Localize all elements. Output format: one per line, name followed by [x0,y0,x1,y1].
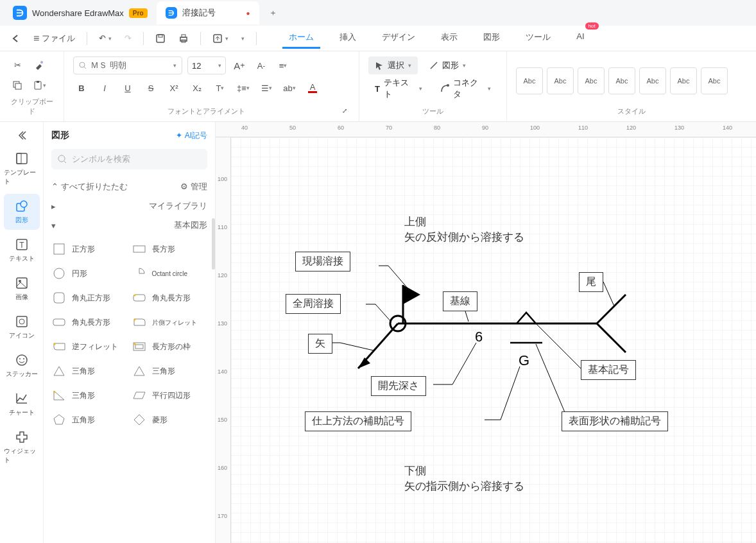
shape-tool[interactable]: 図形▾ [423,56,472,74]
app-tab[interactable]: ∋ Wondershare EdrawMax Pro [4,1,157,24]
style-preset[interactable]: Abc [639,67,666,94]
ribbon-tools: 選択▾ 図形▾ Tテキスト▾ コネクタ▾ ツール [359,51,507,121]
collapse-all-button[interactable]: ⌃ すべて折りたたむ [51,181,128,193]
strikethrough-button[interactable]: S [142,80,159,96]
text-tool[interactable]: Tテキスト▾ [368,80,429,98]
rail-chart[interactable]: チャート [4,386,40,422]
ai-symbols-link[interactable]: ✦ AI記号 [176,130,207,141]
style-preset[interactable]: Abc [516,67,543,94]
list-button[interactable]: ☰▾ [258,80,275,96]
rail-shape[interactable]: 図形 [4,194,40,230]
export-button[interactable]: ▾ [207,31,234,46]
case-button[interactable]: ab▾ [281,80,298,96]
svg-point-34 [133,319,135,321]
shape-frame[interactable]: 長方形の枠 [132,336,208,357]
select-tool[interactable]: 選択▾ [368,56,418,74]
subscript-button[interactable]: X₂ [189,80,205,96]
rail-shape-label: 図形 [15,216,28,225]
svg-rect-13 [17,153,27,164]
rail-icon[interactable]: アイコン [4,309,40,345]
line-spacing-button[interactable]: ‡≡▾ [235,80,252,96]
tab-ai[interactable]: AIhot [570,28,590,49]
svg-point-25 [23,358,24,359]
svg-point-11 [80,62,85,67]
basic-shapes-label: 基本図形 [174,220,207,231]
shape-rounded-square[interactable]: 角丸正方形 [51,288,128,308]
copy-button[interactable] [9,77,26,94]
style-preset[interactable]: Abc [670,67,697,94]
rail-text[interactable]: Tテキスト [4,232,40,268]
shape-pentagon[interactable]: 五角形 [51,409,128,430]
more-button[interactable]: ▾ [236,33,250,44]
shape-rectangle[interactable]: 長方形 [132,239,208,259]
shape-square[interactable]: 正方形 [51,239,128,259]
font-decrease-button[interactable]: A- [253,57,270,74]
tab-tool[interactable]: ツール [519,28,557,49]
rail-template[interactable]: テンプレート [4,146,40,191]
undo-button[interactable]: ↶▾ [94,31,117,46]
search-placeholder: シンボルを検索 [72,153,130,165]
style-preset[interactable]: Abc [547,67,574,94]
cut-button[interactable]: ✂ [9,56,26,73]
label-baseline: 基線 [443,291,477,311]
paste-button[interactable]: ▾ [31,77,47,94]
manage-button[interactable]: ⚙ 管理 [180,181,207,193]
tab-insert[interactable]: 挿入 [333,28,363,49]
style-preset[interactable]: Abc [701,67,728,94]
file-menu[interactable]: ≡ファイル [28,30,80,47]
tab-design[interactable]: デザイン [375,28,422,49]
connector-tool[interactable]: コネクタ▾ [434,80,497,98]
save-button[interactable] [150,31,171,46]
tab-home[interactable]: ホーム [282,28,320,49]
canvas[interactable]: 上側矢の反対側から溶接する 下側矢の指示側から溶接する [231,137,756,543]
italic-button[interactable]: I [96,80,113,96]
font-family-value: ＭＳ 明朝 [90,60,126,71]
add-tab-button[interactable]: ＋ [264,4,282,22]
back-button[interactable] [6,31,26,46]
text-effects-button[interactable]: T▾ [212,80,228,96]
style-preset[interactable]: Abc [578,67,605,94]
shape-rounded-rect[interactable]: 角丸長方形 [132,288,208,308]
shape-rounded-rect2[interactable]: 角丸長方形 [51,312,128,332]
ruler-horizontal: 40 50 60 70 80 90 100 110 120 130 140 [216,122,756,137]
shape-inv-fillet[interactable]: 逆フィレット [51,336,128,357]
shape-fillet[interactable]: 片側フィレット [132,312,208,332]
workspace: テンプレート 図形 Tテキスト 画像 アイコン ステッカー チャート ウィジェッ… [0,122,756,543]
rail-collapse[interactable] [4,127,40,144]
shape-triangle3[interactable]: 三角形 [51,385,128,406]
shape-octant[interactable]: Octant circle [132,263,208,284]
my-library-section[interactable]: ▸ マイライブラリ [51,196,207,216]
tab-shape[interactable]: 図形 [477,28,506,49]
shape-circle[interactable]: 円形 [51,263,128,284]
redo-button[interactable]: ↷ [119,31,137,46]
font-size-select[interactable]: 12▾ [187,56,226,74]
shape-triangle2[interactable]: 三角形 [132,361,208,381]
search-icon [58,155,67,164]
rail-image[interactable]: 画像 [4,271,40,307]
app-logo-icon: ∋ [13,6,27,20]
align-button[interactable]: ≡▾ [275,57,291,74]
font-family-select[interactable]: ＭＳ 明朝 ▾ [73,56,182,74]
font-increase-button[interactable]: A+ [231,57,248,74]
bold-button[interactable]: B [73,80,90,96]
print-button[interactable] [173,31,194,46]
underline-button[interactable]: U [119,80,136,96]
basic-shapes-section[interactable]: ▾ 基本図形 [51,216,207,235]
symbol-search-input[interactable]: シンボルを検索 [51,149,207,169]
font-dialog-button[interactable]: ⤢ [339,106,350,116]
style-preset[interactable]: Abc [608,67,635,94]
font-color-button[interactable]: A [304,80,321,96]
tab-view[interactable]: 表示 [434,28,464,49]
menu-bar: ≡ファイル ↶▾ ↷ ▾ ▾ ホーム 挿入 デザイン 表示 図形 ツール AIh… [0,26,756,51]
scrollbar[interactable] [212,218,215,270]
shape-parallelogram[interactable]: 平行四辺形 [132,385,208,406]
shape-rhombus[interactable]: 菱形 [132,409,208,430]
document-tab[interactable]: ∋ 溶接記号 ● [157,1,259,24]
label-all-around: 全周溶接 [286,294,341,314]
rail-widget[interactable]: ウィジェット [4,425,40,470]
rail-sticker[interactable]: ステッカー [4,348,40,384]
superscript-button[interactable]: X² [166,80,182,96]
shape-triangle1[interactable]: 三角形 [51,361,128,381]
format-painter-button[interactable] [31,56,47,73]
svg-rect-28 [133,246,145,252]
